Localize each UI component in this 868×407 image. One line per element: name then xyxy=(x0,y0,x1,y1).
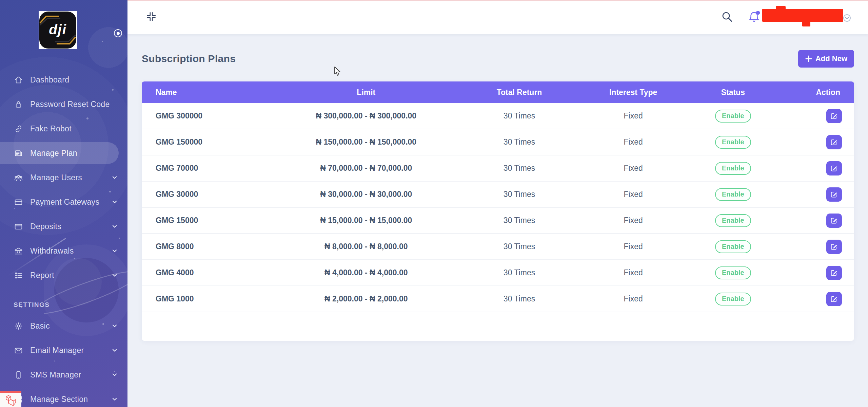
plan-interest-type: Fixed xyxy=(584,190,683,199)
page-title: Subscription Plans xyxy=(142,53,236,64)
plan-action-cell xyxy=(783,214,854,228)
sidebar-item-label: Email Manager xyxy=(30,346,84,355)
plan-total-return: 30 Times xyxy=(455,216,583,225)
status-badge: Enable xyxy=(715,162,751,175)
toggle-dot xyxy=(117,32,120,35)
edit-button[interactable] xyxy=(826,135,842,149)
plan-icon xyxy=(14,148,23,158)
sidebar-item-payment-gateways[interactable]: Payment Gateways xyxy=(0,190,127,214)
plan-limit: ₦ 70,000.00 - ₦ 70,000.00 xyxy=(277,164,455,173)
sidebar-item-manage-users[interactable]: Manage Users xyxy=(0,165,127,190)
sidebar-item-password-reset-code[interactable]: Password Reset Code xyxy=(0,92,127,116)
column-header-limit: Limit xyxy=(277,88,455,97)
user-menu-chevron-icon[interactable] xyxy=(843,14,851,22)
sidebar-item-sms-manager[interactable]: SMS Manager xyxy=(0,363,127,387)
edit-button[interactable] xyxy=(826,266,842,280)
plan-status-cell: Enable xyxy=(683,293,783,306)
plan-name: GMG 1000 xyxy=(142,294,277,303)
plan-interest-type: Fixed xyxy=(584,294,683,303)
sidebar-item-label: Manage Users xyxy=(30,173,82,182)
link-icon xyxy=(14,124,23,133)
plan-action-cell xyxy=(783,240,854,254)
gear-icon xyxy=(14,321,23,331)
chevron-down-icon xyxy=(112,396,117,402)
plan-interest-type: Fixed xyxy=(584,216,683,225)
redacted-username xyxy=(760,4,848,29)
edit-icon xyxy=(830,243,838,251)
plan-status-cell: Enable xyxy=(683,240,783,253)
plan-interest-type: Fixed xyxy=(584,268,683,277)
plan-action-cell xyxy=(783,109,854,123)
plus-icon xyxy=(805,55,812,62)
edit-button[interactable] xyxy=(826,240,842,254)
plan-status-cell: Enable xyxy=(683,136,783,149)
table-row: GMG 1000 ₦ 2,000.00 - ₦ 2,000.00 30 Time… xyxy=(142,286,854,312)
mail-icon xyxy=(14,346,23,355)
sidebar-item-withdrawals[interactable]: Withdrawals xyxy=(0,239,127,263)
notification-badge xyxy=(756,11,760,15)
bank-icon xyxy=(14,246,23,256)
sidebar-item-manage-plan[interactable]: Manage Plan xyxy=(0,141,127,165)
status-badge: Enable xyxy=(715,240,751,253)
plan-total-return: 30 Times xyxy=(455,242,583,251)
sidebar-section-settings: SETTINGS xyxy=(0,299,127,311)
status-badge: Enable xyxy=(715,266,751,279)
status-badge: Enable xyxy=(715,214,751,227)
laravel-badge[interactable] xyxy=(0,391,21,407)
edit-button[interactable] xyxy=(826,109,842,123)
plan-status-cell: Enable xyxy=(683,162,783,175)
add-new-button[interactable]: Add New xyxy=(798,50,854,68)
topbar xyxy=(127,0,868,34)
sidebar-item-dashboard[interactable]: Dashboard xyxy=(0,68,127,92)
sidebar-pin-toggle-icon[interactable] xyxy=(114,29,122,37)
sidebar-item-deposits[interactable]: Deposits xyxy=(0,214,127,239)
table-row: GMG 150000 ₦ 150,000.00 - ₦ 150,000.00 3… xyxy=(142,129,854,155)
brand-logo[interactable]: dji xyxy=(39,11,77,49)
column-header-total-return: Total Return xyxy=(455,88,583,97)
column-header-status: Status xyxy=(683,88,783,97)
edit-button[interactable] xyxy=(826,161,842,175)
plan-limit: ₦ 300,000.00 - ₦ 300,000.00 xyxy=(277,111,455,121)
plan-limit: ₦ 2,000.00 - ₦ 2,000.00 xyxy=(277,294,455,303)
sidebar-item-label: Basic xyxy=(30,321,50,331)
chevron-down-icon xyxy=(112,248,117,254)
sidebar-item-fake-robot[interactable]: Fake Robot xyxy=(0,116,127,141)
home-icon xyxy=(14,75,23,85)
sidebar-item-report[interactable]: Report xyxy=(0,263,127,288)
sidebar-item-label: Payment Gateways xyxy=(30,198,99,207)
status-badge: Enable xyxy=(715,110,751,123)
edit-button[interactable] xyxy=(826,187,842,202)
bell-icon[interactable] xyxy=(747,10,761,24)
sidebar-item-basic[interactable]: Basic xyxy=(0,314,127,338)
table-header-row: Name Limit Total Return Interest Type St… xyxy=(142,81,854,103)
plan-name: GMG 15000 xyxy=(142,216,277,225)
plan-action-cell xyxy=(783,292,854,306)
plan-name: GMG 8000 xyxy=(142,242,277,251)
users-icon xyxy=(14,173,23,182)
chevron-down-icon xyxy=(112,372,117,377)
edit-button[interactable] xyxy=(826,292,842,306)
sidebar-item-label: Dashboard xyxy=(30,75,69,85)
plan-interest-type: Fixed xyxy=(584,137,683,147)
edit-icon xyxy=(830,112,838,120)
edit-button[interactable] xyxy=(826,214,842,228)
status-badge: Enable xyxy=(715,136,751,149)
column-header-name: Name xyxy=(142,88,277,97)
search-icon[interactable] xyxy=(720,10,734,24)
collapse-icon[interactable] xyxy=(145,11,157,23)
plan-total-return: 30 Times xyxy=(455,164,583,173)
sidebar-item-label: Password Reset Code xyxy=(30,100,110,109)
plan-total-return: 30 Times xyxy=(455,111,583,121)
plan-limit: ₦ 8,000.00 - ₦ 8,000.00 xyxy=(277,242,455,251)
sidebar-item-email-manager[interactable]: Email Manager xyxy=(0,338,127,363)
laravel-icon xyxy=(4,394,18,407)
table-row: GMG 300000 ₦ 300,000.00 - ₦ 300,000.00 3… xyxy=(142,103,854,129)
sidebar-item-label: Manage Plan xyxy=(30,149,77,158)
plan-limit: ₦ 30,000.00 - ₦ 30,000.00 xyxy=(277,190,455,199)
edit-icon xyxy=(830,164,838,172)
plan-status-cell: Enable xyxy=(683,214,783,227)
table-row: GMG 15000 ₦ 15,000.00 - ₦ 15,000.00 30 T… xyxy=(142,208,854,234)
sidebar-item-label: Deposits xyxy=(30,222,61,231)
lock-icon xyxy=(14,99,23,109)
sidebar-item-label: Withdrawals xyxy=(30,246,74,256)
